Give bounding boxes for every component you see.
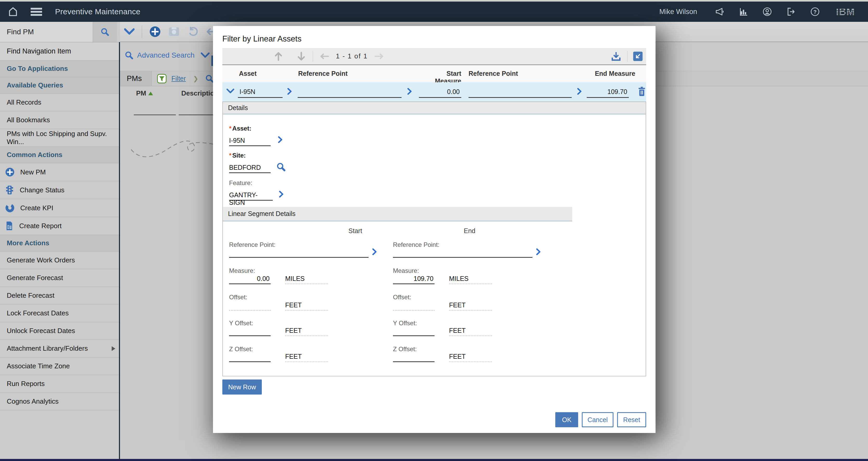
end-z-offset-input[interactable] — [393, 351, 435, 362]
sidebar-item-find-navigation[interactable]: Find Navigation Item — [0, 42, 120, 61]
next-page-arrow-icon[interactable] — [374, 53, 384, 60]
toolbar-divider — [313, 51, 313, 62]
sidebar-section-go-to-applications[interactable]: Go To Applications — [0, 61, 120, 77]
asset-detail-arrow-icon[interactable] — [278, 136, 283, 143]
sidebar-section-common-actions[interactable]: Common Actions — [0, 147, 120, 163]
cancel-button[interactable]: Cancel — [582, 412, 614, 427]
sidebar-item-generate-forecast[interactable]: Generate Forecast — [0, 269, 120, 287]
sort-ascending-icon — [148, 92, 153, 95]
sidebar-item-new-pm[interactable]: New PM — [0, 163, 120, 181]
move-row-up-icon[interactable] — [274, 52, 283, 61]
ref-start-detail-arrow-icon[interactable] — [407, 88, 412, 95]
sidebar-item-label: Create KPI — [20, 204, 53, 212]
advanced-search-control[interactable]: Advanced Search — [125, 51, 210, 60]
expand-row-chevron-icon[interactable] — [226, 89, 234, 94]
find-pm-search-button[interactable] — [93, 22, 117, 42]
new-pm-icon — [5, 167, 14, 177]
site-label: *Site: — [229, 152, 246, 159]
reports-chart-icon[interactable] — [739, 7, 748, 16]
sidebar-item-cognos-analytics[interactable]: Cognos Analytics — [0, 393, 120, 410]
start-measure-unit: MILES — [285, 273, 328, 284]
sidebar-section-available-queries[interactable]: Available Queries — [0, 77, 120, 94]
linear-segment-details-header[interactable]: Linear Segment Details — [223, 207, 572, 222]
column-header-pm[interactable]: PM — [136, 89, 153, 97]
end-y-offset-input[interactable] — [393, 325, 435, 336]
description-column-underline — [179, 114, 214, 115]
sidebar-item-create-kpi[interactable]: Create KPI — [0, 199, 120, 217]
row-end-measure-field[interactable]: 109.70 — [587, 86, 629, 98]
sidebar-item-create-report[interactable]: Create Report — [0, 217, 120, 235]
sidebar-item-associate-time-zone[interactable]: Associate Time Zone — [0, 357, 120, 375]
sidebar-item-change-status[interactable]: Change Status — [0, 181, 120, 199]
row-reference-point-end-field[interactable] — [469, 86, 572, 98]
undo-icon[interactable] — [187, 27, 199, 37]
reset-button[interactable]: Reset — [617, 412, 646, 427]
sidebar-item-generate-work-orders[interactable]: Generate Work Orders — [0, 252, 120, 269]
start-caption: Start — [332, 227, 379, 235]
collapse-table-icon[interactable] — [633, 52, 643, 61]
sidebar-item-delete-forecast[interactable]: Delete Forecast — [0, 287, 120, 304]
end-measure-input[interactable]: 109.70 — [393, 273, 435, 284]
profile-icon[interactable] — [763, 7, 772, 17]
previous-page-arrow-icon[interactable] — [320, 53, 329, 60]
filter-icon[interactable] — [157, 74, 167, 84]
sidebar-item-label: Create Report — [19, 222, 62, 230]
start-z-offset-input[interactable] — [229, 351, 271, 362]
start-offset-field — [229, 299, 271, 311]
required-asterisk: * — [229, 152, 231, 159]
segment-fields: Start End Reference Point: Reference Poi… — [223, 222, 646, 376]
start-measure-input[interactable]: 0.00 — [229, 273, 271, 284]
end-ref-detail-arrow-icon[interactable] — [536, 249, 541, 255]
start-ref-detail-arrow-icon[interactable] — [372, 249, 377, 255]
linear-assets-table-header: Asset Reference Point Start Measure Refe… — [222, 65, 646, 82]
sidebar-section-more-actions[interactable]: More Actions — [0, 235, 120, 252]
site-input[interactable]: BEDFORD — [229, 162, 271, 173]
start-y-offset-input[interactable] — [229, 325, 271, 336]
details-section-header[interactable]: Details — [223, 102, 646, 114]
asset-detail-arrow-icon[interactable] — [287, 88, 292, 95]
sidebar-item-run-reports[interactable]: Run Reports — [0, 375, 120, 393]
end-ref-input[interactable] — [393, 246, 532, 258]
user-name[interactable]: Mike Wilson — [659, 8, 697, 16]
row-reference-point-start-field[interactable] — [298, 86, 402, 98]
announcement-icon[interactable] — [715, 7, 725, 16]
sidebar-item-lock-forecast-dates[interactable]: Lock Forecast Dates — [0, 304, 120, 322]
feature-detail-arrow-icon[interactable] — [279, 191, 284, 198]
traffic-light-icon — [5, 185, 14, 195]
download-icon[interactable] — [611, 51, 622, 62]
find-pm-input[interactable]: Find PM — [0, 22, 93, 42]
toolbar-divider — [142, 26, 142, 38]
ok-button[interactable]: OK — [555, 412, 578, 427]
sidebar-item-all-bookmarks[interactable]: All Bookmarks — [0, 111, 120, 129]
dialog-title: Filter by Linear Assets — [222, 34, 302, 44]
new-record-icon[interactable] — [149, 26, 161, 37]
filter-link[interactable]: Filter — [172, 75, 186, 82]
asset-input[interactable]: I-95N — [229, 135, 271, 146]
hamburger-menu-icon[interactable] — [31, 7, 42, 16]
row-asset-field[interactable]: I-95N — [238, 86, 283, 98]
move-row-down-icon[interactable] — [297, 52, 305, 61]
sidebar-item-unlock-forecast-dates[interactable]: Unlock Forecast Dates — [0, 322, 120, 340]
svg-text:IBM: IBM — [836, 7, 855, 17]
start-ref-input[interactable] — [229, 246, 369, 258]
new-row-button[interactable]: New Row — [222, 380, 262, 395]
sidebar-item-pms-with-loc[interactable]: PMs with Loc Shipping and Supv. Win... — [0, 129, 120, 147]
linear-asset-row[interactable]: I-95N 0.00 109.70 — [222, 82, 646, 101]
submenu-arrow-icon — [112, 346, 115, 351]
home-icon[interactable] — [8, 6, 18, 17]
sidebar-item-all-records[interactable]: All Records — [0, 94, 120, 111]
report-document-icon — [5, 221, 13, 231]
sidebar-item-attachment-library[interactable]: Attachment Library/Folders — [0, 340, 120, 357]
sign-out-icon[interactable] — [786, 7, 796, 16]
save-record-icon[interactable] — [168, 27, 180, 37]
table-search-icon[interactable] — [205, 74, 214, 83]
search-options-chevron-icon[interactable] — [124, 28, 134, 35]
help-icon[interactable]: ? — [810, 7, 820, 17]
feature-input[interactable]: GANTRY-SIGN — [229, 189, 273, 201]
site-lookup-icon[interactable] — [276, 162, 286, 172]
expand-filter-chevron[interactable]: ❯ — [193, 75, 198, 82]
ref-end-detail-arrow-icon[interactable] — [577, 88, 582, 95]
advanced-search-label: Advanced Search — [137, 51, 194, 60]
delete-row-trash-icon[interactable] — [638, 87, 646, 96]
row-start-measure-field[interactable]: 0.00 — [419, 86, 461, 98]
